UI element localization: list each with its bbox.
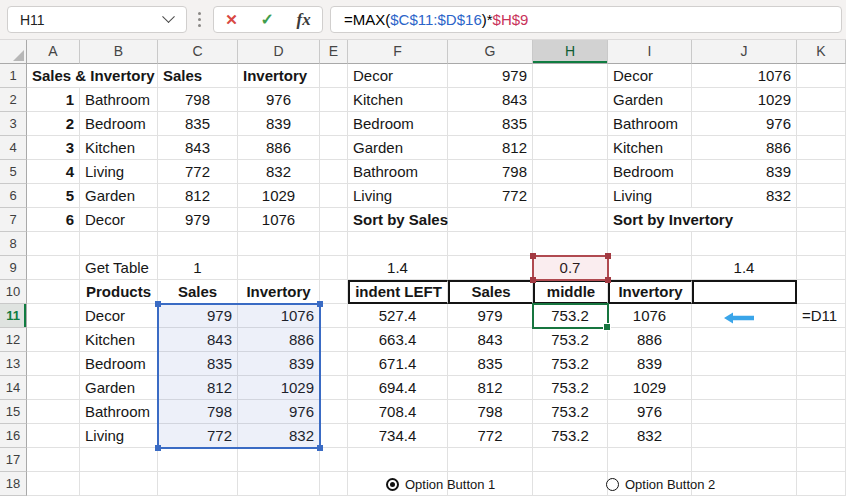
cell-G10[interactable]: Sales [448, 280, 533, 304]
cell-G5[interactable]: 798 [448, 160, 533, 184]
column-header-C[interactable]: C [158, 40, 238, 64]
cell-H5[interactable] [533, 160, 608, 184]
cell-E8[interactable] [320, 232, 348, 256]
cell-C18[interactable] [158, 472, 238, 496]
cell-I13[interactable]: 839 [608, 352, 692, 376]
option-button-2[interactable]: Option Button 2 [606, 474, 715, 494]
cell-E2[interactable] [320, 88, 348, 112]
cell-A14[interactable] [27, 376, 80, 400]
cell-C10[interactable]: Sales [158, 280, 238, 304]
cell-G12[interactable]: 843 [448, 328, 533, 352]
cell-K18[interactable] [797, 472, 846, 496]
cell-F1[interactable]: Decor [348, 64, 448, 88]
column-header-K[interactable]: K [797, 40, 846, 64]
row-header-10[interactable]: 10 [0, 280, 27, 304]
cell-G15[interactable]: 798 [448, 400, 533, 424]
cell-G13[interactable]: 835 [448, 352, 533, 376]
row-header-17[interactable]: 17 [0, 448, 27, 472]
column-header-D[interactable]: D [238, 40, 320, 64]
cell-C12[interactable]: 843 [158, 328, 238, 352]
cell-H12[interactable]: 753.2 [533, 328, 608, 352]
cell-E11[interactable] [320, 304, 348, 328]
cell-G8[interactable] [448, 232, 533, 256]
cell-K7[interactable] [797, 208, 846, 232]
cell-C15[interactable]: 798 [158, 400, 238, 424]
cell-K14[interactable] [797, 376, 846, 400]
cell-G3[interactable]: 835 [448, 112, 533, 136]
cell-A1[interactable]: Sales & Invertory [27, 64, 158, 88]
column-header-E[interactable]: E [320, 40, 348, 64]
cell-A5[interactable]: 4 [27, 160, 80, 184]
cell-D9[interactable] [238, 256, 320, 280]
cell-C8[interactable] [158, 232, 238, 256]
cancel-icon[interactable]: ✕ [225, 11, 238, 29]
row-header-7[interactable]: 7 [0, 208, 27, 232]
cell-A2[interactable]: 1 [27, 88, 80, 112]
cell-D17[interactable] [238, 448, 320, 472]
cell-K17[interactable] [797, 448, 846, 472]
cell-H4[interactable] [533, 136, 608, 160]
cell-C1[interactable]: Sales [158, 64, 238, 88]
cell-E7[interactable] [320, 208, 348, 232]
cell-C2[interactable]: 798 [158, 88, 238, 112]
cell-H6[interactable] [533, 184, 608, 208]
cell-A8[interactable] [27, 232, 80, 256]
cell-D16[interactable]: 832 [238, 424, 320, 448]
cell-J15[interactable] [692, 400, 797, 424]
cell-D10[interactable]: Invertory [238, 280, 320, 304]
cell-I12[interactable]: 886 [608, 328, 692, 352]
cell-E3[interactable] [320, 112, 348, 136]
row-header-1[interactable]: 1 [0, 64, 27, 88]
cell-B3[interactable]: Bedroom [80, 112, 158, 136]
cell-E10[interactable] [320, 280, 348, 304]
name-box[interactable]: H11 [7, 6, 187, 33]
cell-H16[interactable]: 753.2 [533, 424, 608, 448]
cell-B14[interactable]: Garden [80, 376, 158, 400]
cell-H8[interactable] [533, 232, 608, 256]
cell-K10[interactable] [797, 280, 846, 304]
cell-B8[interactable] [80, 232, 158, 256]
cell-K4[interactable] [797, 136, 846, 160]
insert-function-icon[interactable]: fx [297, 10, 311, 30]
cell-K13[interactable] [797, 352, 846, 376]
cell-K9[interactable] [797, 256, 846, 280]
cell-H10[interactable]: middle [533, 280, 608, 304]
cell-E16[interactable] [320, 424, 348, 448]
cell-D14[interactable]: 1029 [238, 376, 320, 400]
cell-C4[interactable]: 843 [158, 136, 238, 160]
cell-B5[interactable]: Living [80, 160, 158, 184]
cell-B9[interactable]: Get Table [80, 256, 158, 280]
cell-A13[interactable] [27, 352, 80, 376]
cell-G9[interactable] [448, 256, 533, 280]
cell-C7[interactable]: 979 [158, 208, 238, 232]
row-header-12[interactable]: 12 [0, 328, 27, 352]
column-header-G[interactable]: G [448, 40, 533, 64]
cell-J3[interactable]: 976 [692, 112, 797, 136]
column-header-J[interactable]: J [692, 40, 797, 64]
cell-H18[interactable] [533, 472, 608, 496]
cell-K6[interactable] [797, 184, 846, 208]
column-header-I[interactable]: I [608, 40, 692, 64]
cell-B10[interactable]: Products [80, 280, 158, 304]
cell-B17[interactable] [80, 448, 158, 472]
cell-I5[interactable]: Bedroom [608, 160, 692, 184]
cell-F10[interactable]: indent LEFT [348, 280, 448, 304]
row-header-5[interactable]: 5 [0, 160, 27, 184]
cell-D7[interactable]: 1076 [238, 208, 320, 232]
row-header-2[interactable]: 2 [0, 88, 27, 112]
cell-J6[interactable]: 832 [692, 184, 797, 208]
cell-C14[interactable]: 812 [158, 376, 238, 400]
cell-E9[interactable] [320, 256, 348, 280]
cell-F6[interactable]: Living [348, 184, 448, 208]
cell-C17[interactable] [158, 448, 238, 472]
cell-A15[interactable] [27, 400, 80, 424]
cell-F9[interactable]: 1.4 [348, 256, 448, 280]
cell-J13[interactable] [692, 352, 797, 376]
cell-I14[interactable]: 1029 [608, 376, 692, 400]
cell-C6[interactable]: 812 [158, 184, 238, 208]
cell-F5[interactable]: Bathroom [348, 160, 448, 184]
cell-A6[interactable]: 5 [27, 184, 80, 208]
row-header-8[interactable]: 8 [0, 232, 27, 256]
cell-I17[interactable] [608, 448, 692, 472]
cell-E13[interactable] [320, 352, 348, 376]
